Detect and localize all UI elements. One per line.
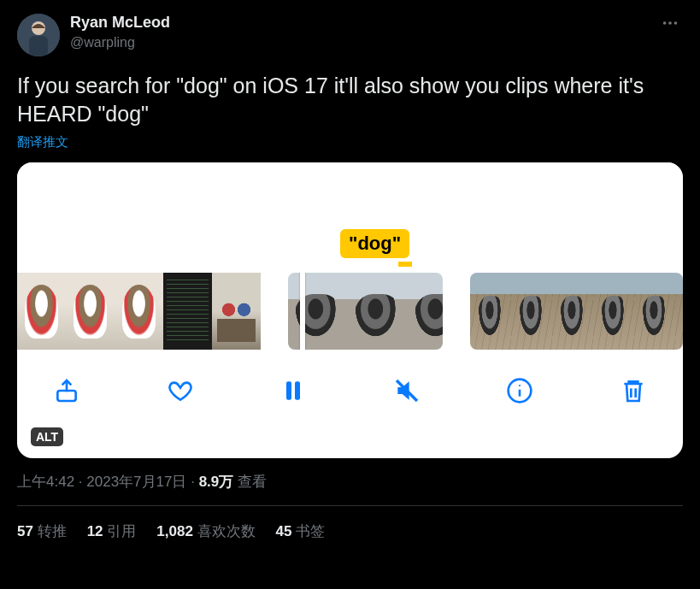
tweet-header: Ryan McLeod @warpling — [17, 14, 683, 56]
bookmarks-stat[interactable]: 45 书签 — [276, 521, 326, 541]
media-top-whitespace: "dog" — [17, 162, 683, 270]
svg-point-12 — [519, 385, 521, 386]
thumbnail — [675, 273, 683, 350]
avatar-image — [17, 14, 60, 56]
author-names: Ryan McLeod @warpling — [70, 14, 657, 50]
tweet-container: Ryan McLeod @warpling If you search for … — [0, 0, 700, 548]
display-name[interactable]: Ryan McLeod — [70, 14, 657, 32]
thumbnail — [634, 273, 675, 350]
svg-point-5 — [674, 21, 678, 25]
thumbnail — [511, 273, 552, 350]
thumbnail — [212, 273, 261, 350]
trash-icon[interactable] — [618, 375, 649, 406]
svg-rect-8 — [295, 381, 300, 399]
divider — [17, 505, 683, 506]
mute-icon[interactable] — [391, 375, 422, 406]
highlight-marker — [398, 262, 412, 267]
translate-link[interactable]: 翻译推文 — [17, 134, 683, 150]
clip-group-3 — [470, 273, 683, 350]
tweet-text: If you search for "dog" on iOS 17 it'll … — [17, 72, 683, 127]
thumbnail — [163, 273, 212, 350]
alt-badge[interactable]: ALT — [31, 427, 63, 446]
likes-stat[interactable]: 1,082 喜欢次数 — [156, 521, 255, 541]
views-count: 8.9万 — [199, 474, 234, 490]
tweet-time[interactable]: 上午4:42 — [17, 474, 74, 490]
thumbnail — [470, 273, 511, 350]
svg-point-4 — [668, 21, 672, 25]
thumbnail — [288, 273, 348, 350]
thumbnail — [115, 273, 163, 350]
info-icon[interactable] — [504, 375, 535, 406]
avatar[interactable] — [17, 14, 60, 56]
thumbnail — [408, 273, 443, 350]
share-icon[interactable] — [51, 375, 82, 406]
views-label: 查看 — [233, 474, 267, 490]
heart-icon[interactable] — [165, 375, 196, 406]
retweets-stat[interactable]: 57 转推 — [17, 521, 67, 541]
more-icon[interactable] — [657, 14, 683, 38]
media-card[interactable]: "dog" — [17, 162, 683, 458]
tweet-meta: 上午4:42 · 2023年7月17日 · 8.9万 查看 — [17, 472, 683, 492]
playhead[interactable] — [300, 273, 305, 350]
thumbnail — [348, 273, 408, 350]
video-scrubber-filmstrip[interactable] — [17, 270, 683, 352]
thumbnail — [593, 273, 634, 350]
quotes-stat[interactable]: 12 引用 — [87, 521, 137, 541]
thumbnail — [17, 273, 66, 350]
svg-rect-7 — [286, 381, 291, 399]
handle[interactable]: @warpling — [70, 34, 657, 50]
tweet-date[interactable]: 2023年7月17日 — [86, 474, 186, 490]
search-highlight-tag: "dog" — [340, 229, 409, 258]
clip-group-2 — [288, 273, 443, 350]
svg-rect-6 — [57, 391, 75, 401]
clip-group-1 — [17, 273, 261, 350]
svg-point-3 — [663, 21, 667, 25]
tweet-stats: 57 转推 12 引用 1,082 喜欢次数 45 书签 — [17, 521, 683, 541]
media-toolbar — [17, 352, 683, 429]
pause-icon[interactable] — [278, 375, 309, 406]
thumbnail — [552, 273, 593, 350]
thumbnail — [66, 273, 115, 350]
svg-rect-2 — [29, 36, 48, 56]
